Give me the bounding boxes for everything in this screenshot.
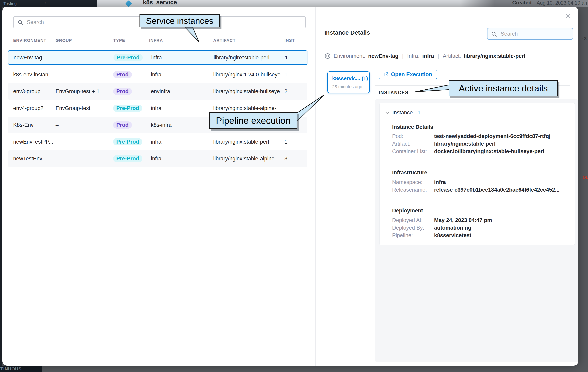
page-title: k8s_service [143, 0, 177, 6]
infra-label: Infra: [407, 53, 420, 59]
namespace-value: infra [434, 179, 446, 186]
instance-expander[interactable]: Instance - 1 [384, 109, 420, 116]
background-text-fragment-red: ou [582, 174, 588, 180]
cell-group: EnvGroup-test + 1 [56, 83, 100, 100]
cell-environment: newEnv-tag [14, 51, 42, 64]
col-header-group: GROUP [56, 38, 72, 43]
table-row[interactable]: k8s-env-instan... – Prod infra library/n… [8, 66, 307, 83]
instance-details-heading: Instance Details [392, 124, 433, 130]
env-type-badge: Prod [113, 71, 132, 78]
cell-inst: 3 [284, 150, 287, 167]
separator: | [401, 53, 405, 59]
artifact-label: Artifact: [443, 53, 461, 59]
deployed-at-label: Deployed At: [392, 217, 423, 223]
cell-inst: 1 [284, 66, 287, 83]
background-sidebar-footer: TINUOUS [0, 366, 42, 372]
background-page-header: k8s_service Created Aug 10, 2023 04:10 a… [97, 0, 588, 7]
cell-infra: envinfra [151, 83, 170, 100]
environment-label: Environment: [334, 53, 365, 59]
callout-pipeline-execution: Pipeline execution [209, 112, 297, 129]
background-right-edge [578, 7, 588, 366]
cell-inst: 2 [284, 83, 287, 100]
cell-infra: infra [151, 133, 161, 150]
environment-value: newEnv-tag [368, 53, 399, 59]
pipeline-execution-card[interactable]: k8sservic... (1) 28 minutes ago [327, 71, 370, 93]
environment-icon [324, 53, 331, 59]
execution-time: 28 minutes ago [332, 84, 362, 89]
created-label: Created [512, 0, 532, 6]
cell-environment: env3-group [13, 83, 41, 100]
deployed-by-value: automation ng [434, 225, 471, 231]
table-row[interactable]: newEnv-tag – Pre-Prod infra library/ngin… [8, 50, 307, 65]
artifact-label: Artifact: [392, 141, 410, 147]
deployed-by-label: Deployed By: [392, 225, 424, 231]
cell-group: – [56, 117, 59, 133]
separator: | [437, 53, 440, 59]
env-type-badge: Pre-Prod [113, 105, 142, 112]
cell-environment: k8s-env-instan... [13, 66, 53, 83]
close-icon[interactable]: ✕ [564, 11, 571, 21]
instance-title: Instance - 1 [392, 109, 420, 116]
breadcrumb: -Testing [2, 1, 17, 6]
col-header-type: TYPE [113, 38, 125, 43]
open-execution-button[interactable]: Open Execution [379, 70, 437, 79]
table-row[interactable]: newEnvTestPP... – Pre-Prod infra library… [8, 133, 307, 150]
open-execution-label: Open Execution [391, 71, 432, 77]
releasename-value: release-e397c0b1bee184a0e2bae64f6fe42cc4… [434, 187, 560, 193]
cell-infra: infra [151, 100, 161, 117]
execution-name: k8sservic... (1) [332, 75, 368, 82]
pod-value: test-newlyadded-deployment-6cc9ffdc87-rt… [434, 133, 550, 139]
instances-section-label: INSTANCES [379, 90, 409, 95]
sidebar-footer-label: TINUOUS [0, 366, 21, 372]
releasename-label: Releasename: [392, 187, 427, 193]
cell-group: – [56, 150, 59, 167]
env-type-badge: Pre-Prod [114, 54, 143, 61]
deployment-heading: Deployment [392, 208, 423, 214]
env-type-badge: Prod [113, 88, 132, 95]
deployed-at-value: May 24, 2023 04:47 pm [434, 217, 492, 223]
created-timestamp: Aug 10, 2023 04:10 am [537, 0, 588, 6]
background-text-fragment: :3 [582, 36, 587, 42]
artifact-value: library/nginx:stable-perl [434, 141, 496, 147]
cell-artifact: library/nginx:stable-perl [213, 133, 269, 150]
cell-inst: 1 [285, 51, 288, 64]
search-icon [491, 31, 497, 37]
infra-value: infra [422, 53, 434, 59]
background-sidebar-edge [0, 7, 2, 366]
col-header-inst: INST [284, 38, 295, 43]
artifact-value: library/nginx:stable-perl [464, 53, 525, 59]
infrastructure-heading: Infrastructure [392, 170, 427, 176]
search-icon [18, 20, 24, 26]
chevron-down-icon [384, 110, 390, 115]
cell-infra: infra [151, 51, 162, 64]
cell-inst: 1 [284, 133, 287, 150]
background-bottom-bar [0, 366, 588, 372]
cell-group: EnvGroup-test [56, 100, 90, 117]
cell-environment: env4-group2 [13, 100, 43, 117]
external-link-icon [384, 72, 389, 77]
pipeline-label: Pipeline: [392, 232, 413, 239]
callout-active-instance-details: Active instance details [449, 80, 558, 96]
table-row[interactable]: newTestEnv – Pre-Prod infra library/ngin… [8, 150, 307, 167]
instance-search-input[interactable] [500, 28, 569, 39]
col-header-environment: ENVIRONMENT [13, 38, 46, 43]
chevron-right-icon: › [45, 0, 46, 6]
cell-environment: K8s-Env [13, 117, 34, 133]
cell-artifact: library/nginx:stable-bullseye [213, 83, 280, 100]
col-header-artifact: ARTIFACT [213, 38, 236, 43]
cell-group: – [56, 66, 59, 83]
instance-details-title: Instance Details [324, 29, 370, 36]
panel-divider [315, 7, 315, 366]
pod-label: Pod: [392, 133, 403, 139]
env-type-badge: Pre-Prod [113, 155, 142, 162]
service-cube-icon [125, 0, 132, 7]
instance-summary-bar: Environment: newEnv-tag | Infra: infra |… [324, 52, 525, 60]
cell-environment: newEnvTestPP... [13, 133, 53, 150]
cell-artifact: library/nginx:stable-perl [214, 51, 269, 64]
cell-infra: k8s-infra [151, 117, 172, 133]
cell-infra: infra [151, 66, 161, 83]
callout-service-instances: Service instances [139, 14, 220, 27]
container-list-label: Container List: [392, 148, 427, 155]
table-row[interactable]: env3-group EnvGroup-test + 1 Prod envinf… [8, 83, 307, 100]
col-header-infra: INFRA [149, 38, 163, 43]
